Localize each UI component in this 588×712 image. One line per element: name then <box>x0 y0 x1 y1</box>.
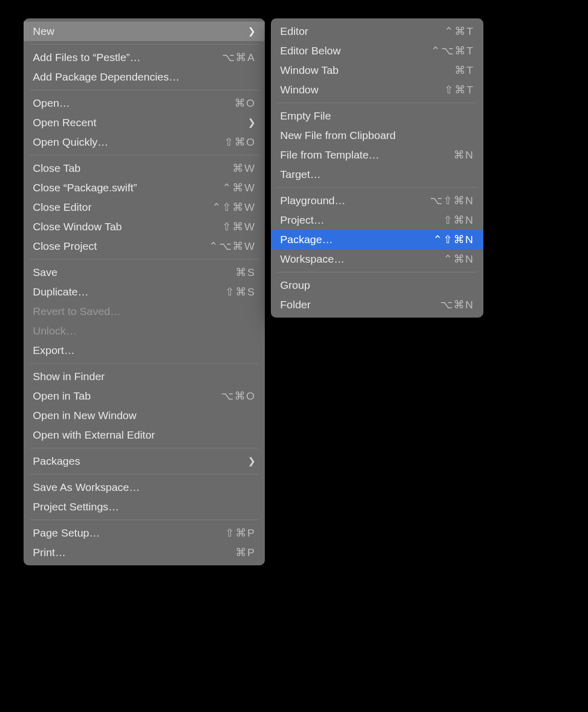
menu-item-open-quickly[interactable]: Open Quickly… ⇧⌘O <box>24 132 265 152</box>
menu-item-shortcut: ⌃⇧⌘W <box>212 201 256 213</box>
menu-item-shortcut: ⌥⌘O <box>221 390 256 402</box>
menu-item-label: New File from Clipboard <box>280 129 396 142</box>
menu-item-label: Revert to Saved… <box>33 305 121 318</box>
menu-item-shortcut: ⌘O <box>234 97 256 109</box>
menu-item-close-tab[interactable]: Close Tab ⌘W <box>24 159 265 178</box>
submenu-item-window-tab[interactable]: Window Tab ⌘T <box>271 61 483 80</box>
menu-item-label: Editor Below <box>280 45 341 57</box>
menu-item-label: Close Tab <box>33 162 81 174</box>
menu-separator <box>30 259 259 260</box>
menu-item-label: Print… <box>33 546 66 559</box>
menu-item-label: Window Tab <box>280 64 339 76</box>
submenu-item-target[interactable]: Target… <box>271 165 483 184</box>
menu-item-unlock: Unlock… <box>24 321 265 341</box>
chevron-right-icon: ❯ <box>248 117 256 128</box>
menu-item-label: Close “Package.swift” <box>33 182 137 194</box>
menu-separator <box>30 474 259 474</box>
menu-item-label: Group <box>280 279 310 291</box>
menu-item-label: File from Template… <box>280 149 379 161</box>
menu-item-new[interactable]: New ❯ <box>24 22 265 41</box>
menu-item-label: Packages <box>33 455 80 467</box>
menu-item-open[interactable]: Open… ⌘O <box>24 93 265 113</box>
menu-separator <box>30 155 259 155</box>
menu-item-label: Open… <box>33 97 70 109</box>
menu-item-label: Open Quickly… <box>33 136 108 148</box>
menu-item-show-in-finder[interactable]: Show in Finder <box>24 367 265 386</box>
menu-item-label: Package… <box>280 233 333 246</box>
menu-item-label: Open Recent <box>33 116 96 129</box>
menu-item-shortcut: ⌃⌥⌘T <box>431 45 474 57</box>
menu-item-shortcut: ⌃⌘N <box>443 253 474 265</box>
menu-item-label: Close Project <box>33 240 97 252</box>
submenu-item-editor-below[interactable]: Editor Below ⌃⌥⌘T <box>271 41 483 61</box>
menu-separator <box>30 363 259 364</box>
menu-item-label: Close Editor <box>33 201 91 213</box>
menu-item-label: Window <box>280 84 319 96</box>
menu-separator <box>30 520 259 520</box>
menu-item-save-as-workspace[interactable]: Save As Workspace… <box>24 478 265 497</box>
menu-separator <box>277 103 477 103</box>
submenu-item-folder[interactable]: Folder ⌥⌘N <box>271 295 483 314</box>
menu-item-project-settings[interactable]: Project Settings… <box>24 497 265 517</box>
menu-item-close-file[interactable]: Close “Package.swift” ⌃⌘W <box>24 178 265 197</box>
submenu-item-playground[interactable]: Playground… ⌥⇧⌘N <box>271 191 483 210</box>
menu-item-open-recent[interactable]: Open Recent ❯ <box>24 113 265 132</box>
menu-separator <box>30 90 259 90</box>
menu-item-add-files[interactable]: Add Files to “Pestle”… ⌥⌘A <box>24 48 265 67</box>
submenu-item-editor[interactable]: Editor ⌃⌘T <box>271 22 483 41</box>
menu-item-shortcut: ⌥⌘A <box>222 51 256 64</box>
menu-separator <box>277 187 477 188</box>
menu-item-page-setup[interactable]: Page Setup… ⇧⌘P <box>24 523 265 543</box>
menu-item-label: Add Package Dependencies… <box>33 71 180 83</box>
menu-item-shortcut: ⌥⇧⌘N <box>430 194 474 207</box>
menu-item-label: Open with External Editor <box>33 429 155 441</box>
menu-separator <box>30 44 259 45</box>
chevron-right-icon: ❯ <box>248 26 256 37</box>
menu-item-add-package-deps[interactable]: Add Package Dependencies… <box>24 67 265 87</box>
menu-item-open-in-new-window[interactable]: Open in New Window <box>24 406 265 425</box>
new-submenu: Editor ⌃⌘T Editor Below ⌃⌥⌘T Window Tab … <box>271 18 483 318</box>
menu-item-shortcut: ⌘T <box>455 64 474 76</box>
menu-item-label: Project Settings… <box>33 501 119 513</box>
menu-item-packages[interactable]: Packages ❯ <box>24 451 265 471</box>
file-menu: New ❯ Add Files to “Pestle”… ⌥⌘A Add Pac… <box>24 18 265 565</box>
menu-item-save[interactable]: Save ⌘S <box>24 263 265 282</box>
menu-item-label: Target… <box>280 168 321 181</box>
menu-item-label: Project… <box>280 214 324 226</box>
menu-item-label: Folder <box>280 299 311 311</box>
menu-item-open-in-tab[interactable]: Open in Tab ⌥⌘O <box>24 386 265 406</box>
menu-item-shortcut: ⇧⌘P <box>225 527 256 539</box>
menu-item-shortcut: ⌘S <box>236 266 256 279</box>
menu-item-export[interactable]: Export… <box>24 341 265 360</box>
menu-item-shortcut: ⌘W <box>232 162 256 174</box>
menu-item-duplicate[interactable]: Duplicate… ⇧⌘S <box>24 282 265 302</box>
menu-item-shortcut: ⌃⇧⌘N <box>433 233 474 246</box>
menu-item-shortcut: ⇧⌘S <box>225 286 256 298</box>
submenu-item-package[interactable]: Package… ⌃⇧⌘N <box>271 230 483 249</box>
menu-item-close-editor[interactable]: Close Editor ⌃⇧⌘W <box>24 197 265 217</box>
menu-item-close-project[interactable]: Close Project ⌃⌥⌘W <box>24 236 265 256</box>
menu-item-close-window-tab[interactable]: Close Window Tab ⇧⌘W <box>24 217 265 236</box>
menu-item-label: Open in New Window <box>33 409 136 422</box>
menu-item-label: Playground… <box>280 194 345 207</box>
menu-separator <box>30 448 259 448</box>
menu-item-shortcut: ⌃⌥⌘W <box>209 240 256 252</box>
menu-item-shortcut: ⌥⌘N <box>440 299 474 311</box>
submenu-item-file-from-template[interactable]: File from Template… ⌘N <box>271 145 483 165</box>
menu-item-open-external-editor[interactable]: Open with External Editor <box>24 425 265 445</box>
submenu-item-group[interactable]: Group <box>271 275 483 295</box>
menu-item-label: Page Setup… <box>33 527 100 539</box>
chevron-right-icon: ❯ <box>248 456 256 467</box>
menu-item-label: Add Files to “Pestle”… <box>33 51 141 64</box>
menu-item-print[interactable]: Print… ⌘P <box>24 543 265 562</box>
submenu-item-new-file-clipboard[interactable]: New File from Clipboard <box>271 126 483 145</box>
menu-item-label: Save As Workspace… <box>33 481 140 493</box>
submenu-item-window[interactable]: Window ⇧⌘T <box>271 80 483 100</box>
submenu-item-workspace[interactable]: Workspace… ⌃⌘N <box>271 249 483 269</box>
menu-item-label: New <box>33 25 54 37</box>
submenu-item-project[interactable]: Project… ⇧⌘N <box>271 210 483 230</box>
menu-item-label: Workspace… <box>280 253 345 265</box>
menu-item-shortcut: ⌘P <box>236 546 256 559</box>
menu-item-label: Open in Tab <box>33 390 91 402</box>
submenu-item-empty-file[interactable]: Empty File <box>271 106 483 126</box>
